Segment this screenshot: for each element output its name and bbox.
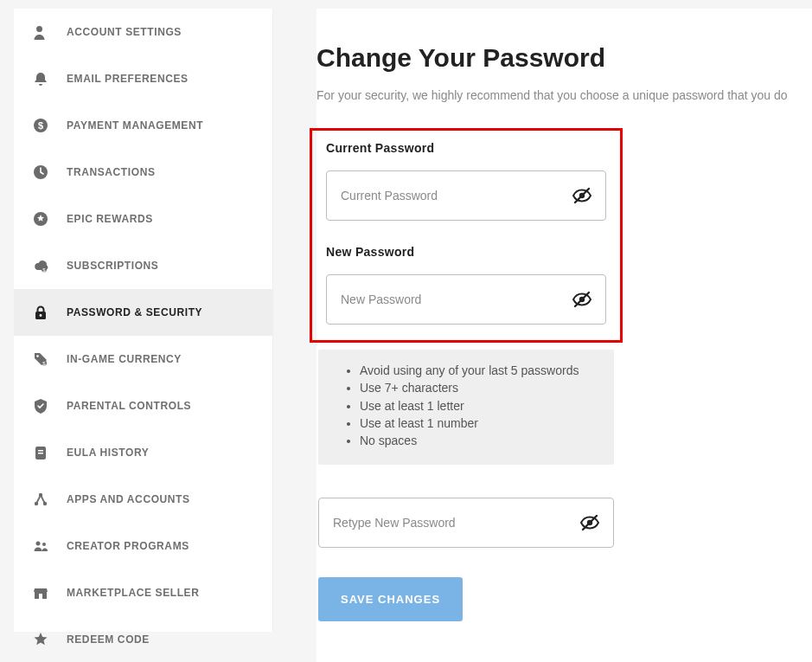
sidebar-item-label: TRANSACTIONS — [67, 166, 156, 178]
password-rule: Avoid using any of your last 5 passwords — [360, 362, 597, 379]
sidebar-item-label: PASSWORD & SECURITY — [67, 306, 202, 318]
retype-password-input[interactable] — [333, 516, 580, 530]
sidebar-item-label: REDEEM CODE — [67, 633, 150, 646]
save-changes-button[interactable]: SAVE CHANGES — [318, 577, 463, 621]
sidebar-item-password-security[interactable]: PASSWORD & SECURITY — [14, 289, 272, 336]
sidebar-item-redeem-code[interactable]: REDEEM CODE — [14, 616, 272, 662]
sidebar-item-marketplace-seller[interactable]: MARKETPLACE SELLER — [14, 569, 272, 616]
sidebar-item-transactions[interactable]: TRANSACTIONS — [14, 149, 272, 196]
person-icon — [31, 22, 50, 42]
clock-icon — [31, 163, 50, 182]
password-rules-box: Avoid using any of your last 5 passwords… — [318, 350, 614, 465]
sidebar-item-label: EULA HISTORY — [67, 447, 149, 459]
star-circle-icon — [31, 209, 50, 228]
password-rule: No spaces — [360, 432, 597, 449]
current-password-input[interactable] — [341, 189, 572, 202]
sidebar-item-apps-accounts[interactable]: APPS AND ACCOUNTS — [14, 476, 272, 523]
eye-off-icon[interactable] — [580, 513, 599, 532]
sidebar-item-label: EMAIL PREFERENCES — [67, 73, 189, 85]
bell-icon — [31, 69, 50, 88]
document-icon — [31, 443, 50, 462]
sidebar-item-in-game-currency[interactable]: IN-GAME CURRENCY — [14, 336, 272, 382]
sidebar-item-account-settings[interactable]: ACCOUNT SETTINGS — [14, 9, 272, 55]
sidebar-item-parental-controls[interactable]: PARENTAL CONTROLS — [14, 382, 272, 429]
retype-password-field-wrap — [318, 498, 614, 548]
sidebar-item-creator-programs[interactable]: CREATOR PROGRAMS — [14, 523, 272, 569]
sidebar-item-label: SUBSCRIPTIONS — [67, 260, 158, 272]
sidebar-item-label: MARKETPLACE SELLER — [67, 587, 199, 599]
eye-off-icon[interactable] — [572, 290, 591, 309]
sidebar-item-subscriptions[interactable]: SUBSCRIPTIONS — [14, 242, 272, 289]
sidebar-item-label: ACCOUNT SETTINGS — [67, 26, 182, 38]
lock-icon — [31, 303, 50, 322]
password-rule: Use at least 1 number — [360, 415, 597, 432]
page-subtitle: For your security, we highly recommend t… — [316, 88, 812, 102]
password-rule: Use at least 1 letter — [360, 397, 597, 415]
sidebar-item-eula-history[interactable]: EULA HISTORY — [14, 429, 272, 476]
connector-icon — [31, 490, 50, 509]
sidebar-item-email-preferences[interactable]: EMAIL PREFERENCES — [14, 55, 272, 102]
page-title: Change Your Password — [316, 43, 812, 73]
sidebar-item-label: CREATOR PROGRAMS — [67, 540, 189, 552]
password-rule: Use 7+ characters — [360, 379, 597, 396]
shield-icon — [31, 396, 50, 415]
main-content: Change Your Password For your security, … — [316, 9, 812, 662]
sidebar: ACCOUNT SETTINGS EMAIL PREFERENCES PAYME… — [14, 9, 273, 632]
tag-icon — [31, 350, 50, 369]
highlighted-password-fields: Current Password New Password — [310, 128, 623, 343]
sidebar-item-label: EPIC REWARDS — [67, 213, 153, 225]
store-icon — [31, 583, 50, 602]
sidebar-item-label: APPS AND ACCOUNTS — [67, 493, 190, 505]
sidebar-item-payment-management[interactable]: PAYMENT MANAGEMENT — [14, 102, 272, 149]
sidebar-item-label: IN-GAME CURRENCY — [67, 353, 182, 365]
new-password-field-wrap — [326, 274, 606, 325]
current-password-label: Current Password — [326, 141, 606, 155]
new-password-label: New Password — [326, 245, 606, 259]
eye-off-icon[interactable] — [572, 186, 591, 205]
cloud-icon — [31, 256, 50, 275]
sidebar-item-epic-rewards[interactable]: EPIC REWARDS — [14, 196, 272, 242]
dollar-icon — [31, 116, 50, 135]
star-icon — [31, 630, 50, 649]
sidebar-item-label: PARENTAL CONTROLS — [67, 400, 191, 412]
current-password-field-wrap — [326, 170, 606, 221]
sidebar-item-label: PAYMENT MANAGEMENT — [67, 119, 203, 132]
people-icon — [31, 537, 50, 556]
new-password-input[interactable] — [341, 292, 572, 306]
